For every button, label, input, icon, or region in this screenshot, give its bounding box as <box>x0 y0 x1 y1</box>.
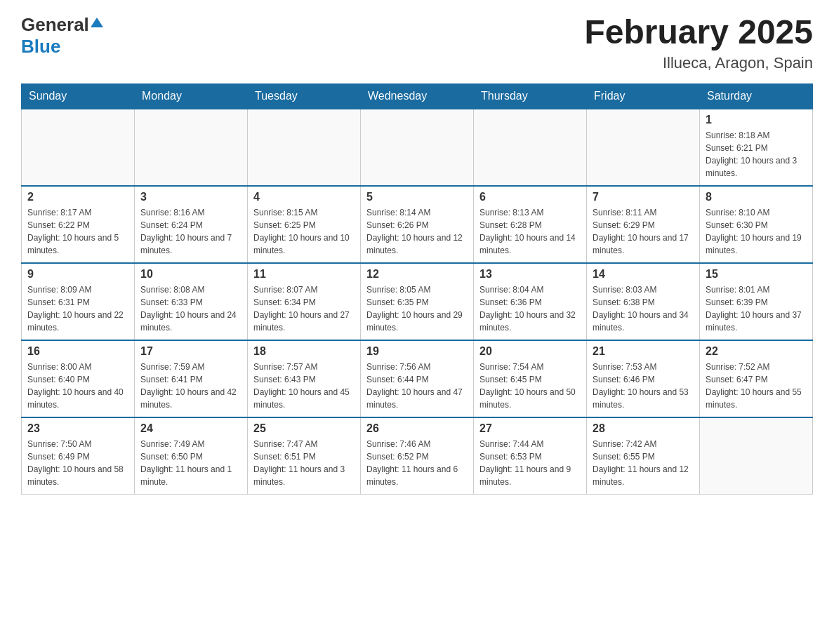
table-row <box>361 109 474 186</box>
day-number: 3 <box>140 191 241 203</box>
logo: General Blue <box>21 14 105 58</box>
table-row <box>22 109 135 186</box>
calendar-week-row: 1Sunrise: 8:18 AMSunset: 6:21 PMDaylight… <box>22 109 813 186</box>
logo-triangle-icon <box>89 16 105 32</box>
header-tuesday: Tuesday <box>248 83 361 109</box>
day-info: Sunrise: 8:04 AMSunset: 6:36 PMDaylight:… <box>479 283 581 334</box>
header-friday: Friday <box>587 83 700 109</box>
day-info: Sunrise: 7:59 AMSunset: 6:41 PMDaylight:… <box>140 361 241 411</box>
day-info: Sunrise: 8:10 AMSunset: 6:30 PMDaylight:… <box>706 206 807 257</box>
day-number: 1 <box>706 114 807 126</box>
day-number: 13 <box>479 268 581 281</box>
day-info: Sunrise: 8:18 AMSunset: 6:21 PMDaylight:… <box>706 129 807 180</box>
table-row <box>135 109 248 186</box>
table-row <box>474 109 587 186</box>
table-row: 13Sunrise: 8:04 AMSunset: 6:36 PMDayligh… <box>474 263 587 340</box>
day-info: Sunrise: 8:07 AMSunset: 6:34 PMDaylight:… <box>253 283 355 334</box>
day-number: 20 <box>479 345 581 358</box>
day-info: Sunrise: 7:52 AMSunset: 6:47 PMDaylight:… <box>706 361 807 411</box>
table-row: 11Sunrise: 8:07 AMSunset: 6:34 PMDayligh… <box>248 263 361 340</box>
day-number: 7 <box>593 191 694 203</box>
day-info: Sunrise: 8:16 AMSunset: 6:24 PMDaylight:… <box>140 206 241 257</box>
table-row: 3Sunrise: 8:16 AMSunset: 6:24 PMDaylight… <box>135 186 248 263</box>
logo-blue-text: Blue <box>21 36 60 58</box>
calendar-week-row: 9Sunrise: 8:09 AMSunset: 6:31 PMDaylight… <box>22 263 813 340</box>
day-info: Sunrise: 7:50 AMSunset: 6:49 PMDaylight:… <box>27 438 128 488</box>
table-row: 10Sunrise: 8:08 AMSunset: 6:33 PMDayligh… <box>135 263 248 340</box>
day-number: 4 <box>253 191 355 203</box>
day-number: 10 <box>140 268 241 281</box>
day-info: Sunrise: 8:17 AMSunset: 6:22 PMDaylight:… <box>27 206 128 257</box>
calendar-week-row: 16Sunrise: 8:00 AMSunset: 6:40 PMDayligh… <box>22 340 813 417</box>
day-info: Sunrise: 7:44 AMSunset: 6:53 PMDaylight:… <box>479 438 581 488</box>
day-number: 19 <box>366 345 468 358</box>
day-info: Sunrise: 7:47 AMSunset: 6:51 PMDaylight:… <box>253 438 355 488</box>
day-info: Sunrise: 7:57 AMSunset: 6:43 PMDaylight:… <box>253 361 355 411</box>
table-row: 6Sunrise: 8:13 AMSunset: 6:28 PMDaylight… <box>474 186 587 263</box>
header-thursday: Thursday <box>474 83 587 109</box>
calendar-header-row: Sunday Monday Tuesday Wednesday Thursday… <box>22 83 813 109</box>
table-row <box>587 109 700 186</box>
table-row <box>248 109 361 186</box>
day-info: Sunrise: 7:42 AMSunset: 6:55 PMDaylight:… <box>593 438 694 488</box>
day-info: Sunrise: 8:00 AMSunset: 6:40 PMDaylight:… <box>27 361 128 411</box>
day-number: 14 <box>593 268 694 281</box>
header-monday: Monday <box>135 83 248 109</box>
day-number: 25 <box>253 422 355 435</box>
table-row: 2Sunrise: 8:17 AMSunset: 6:22 PMDaylight… <box>22 186 135 263</box>
day-number: 6 <box>479 191 581 203</box>
logo-general-text: General <box>21 14 89 36</box>
day-info: Sunrise: 7:53 AMSunset: 6:46 PMDaylight:… <box>593 361 694 411</box>
day-info: Sunrise: 8:01 AMSunset: 6:39 PMDaylight:… <box>706 283 807 334</box>
day-info: Sunrise: 8:11 AMSunset: 6:29 PMDaylight:… <box>593 206 694 257</box>
day-number: 17 <box>140 345 241 358</box>
day-info: Sunrise: 7:49 AMSunset: 6:50 PMDaylight:… <box>140 438 241 488</box>
day-info: Sunrise: 7:54 AMSunset: 6:45 PMDaylight:… <box>479 361 581 411</box>
day-info: Sunrise: 8:08 AMSunset: 6:33 PMDaylight:… <box>140 283 241 334</box>
table-row <box>700 417 813 495</box>
day-number: 23 <box>27 422 128 435</box>
day-info: Sunrise: 8:13 AMSunset: 6:28 PMDaylight:… <box>479 206 581 257</box>
table-row: 19Sunrise: 7:56 AMSunset: 6:44 PMDayligh… <box>361 340 474 417</box>
table-row: 20Sunrise: 7:54 AMSunset: 6:45 PMDayligh… <box>474 340 587 417</box>
table-row: 23Sunrise: 7:50 AMSunset: 6:49 PMDayligh… <box>22 417 135 495</box>
table-row: 7Sunrise: 8:11 AMSunset: 6:29 PMDaylight… <box>587 186 700 263</box>
location-subtitle: Illueca, Aragon, Spain <box>584 54 813 72</box>
day-number: 11 <box>253 268 355 281</box>
table-row: 12Sunrise: 8:05 AMSunset: 6:35 PMDayligh… <box>361 263 474 340</box>
day-number: 2 <box>27 191 128 203</box>
table-row: 8Sunrise: 8:10 AMSunset: 6:30 PMDaylight… <box>700 186 813 263</box>
day-number: 22 <box>706 345 807 358</box>
day-info: Sunrise: 8:03 AMSunset: 6:38 PMDaylight:… <box>593 283 694 334</box>
day-info: Sunrise: 8:14 AMSunset: 6:26 PMDaylight:… <box>366 206 468 257</box>
day-info: Sunrise: 8:09 AMSunset: 6:31 PMDaylight:… <box>27 283 128 334</box>
table-row: 27Sunrise: 7:44 AMSunset: 6:53 PMDayligh… <box>474 417 587 495</box>
calendar-week-row: 23Sunrise: 7:50 AMSunset: 6:49 PMDayligh… <box>22 417 813 495</box>
day-number: 27 <box>479 422 581 435</box>
day-info: Sunrise: 7:46 AMSunset: 6:52 PMDaylight:… <box>366 438 468 488</box>
day-number: 24 <box>140 422 241 435</box>
day-number: 8 <box>706 191 807 203</box>
day-number: 28 <box>593 422 694 435</box>
table-row: 4Sunrise: 8:15 AMSunset: 6:25 PMDaylight… <box>248 186 361 263</box>
calendar-week-row: 2Sunrise: 8:17 AMSunset: 6:22 PMDaylight… <box>22 186 813 263</box>
day-number: 26 <box>366 422 468 435</box>
header-saturday: Saturday <box>700 83 813 109</box>
table-row: 28Sunrise: 7:42 AMSunset: 6:55 PMDayligh… <box>587 417 700 495</box>
day-number: 5 <box>366 191 468 203</box>
day-info: Sunrise: 8:15 AMSunset: 6:25 PMDaylight:… <box>253 206 355 257</box>
day-number: 16 <box>27 345 128 358</box>
table-row: 15Sunrise: 8:01 AMSunset: 6:39 PMDayligh… <box>700 263 813 340</box>
table-row: 24Sunrise: 7:49 AMSunset: 6:50 PMDayligh… <box>135 417 248 495</box>
month-title: February 2025 <box>584 14 813 51</box>
table-row: 21Sunrise: 7:53 AMSunset: 6:46 PMDayligh… <box>587 340 700 417</box>
table-row: 1Sunrise: 8:18 AMSunset: 6:21 PMDaylight… <box>700 109 813 186</box>
table-row: 17Sunrise: 7:59 AMSunset: 6:41 PMDayligh… <box>135 340 248 417</box>
day-number: 21 <box>593 345 694 358</box>
table-row: 14Sunrise: 8:03 AMSunset: 6:38 PMDayligh… <box>587 263 700 340</box>
table-row: 26Sunrise: 7:46 AMSunset: 6:52 PMDayligh… <box>361 417 474 495</box>
day-number: 9 <box>27 268 128 281</box>
table-row: 22Sunrise: 7:52 AMSunset: 6:47 PMDayligh… <box>700 340 813 417</box>
day-number: 18 <box>253 345 355 358</box>
day-info: Sunrise: 7:56 AMSunset: 6:44 PMDaylight:… <box>366 361 468 411</box>
